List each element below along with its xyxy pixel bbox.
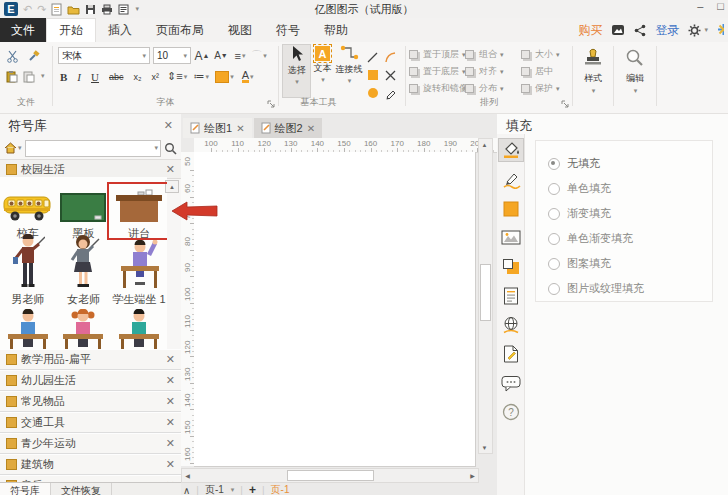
scroll-down-icon[interactable]: ▼ bbox=[479, 442, 490, 453]
align-text-button[interactable]: ≡▾ bbox=[232, 47, 248, 64]
font-color-button[interactable]: A▾ bbox=[240, 68, 256, 85]
close-panel-icon[interactable]: ✕ bbox=[164, 119, 173, 132]
search-icon[interactable] bbox=[164, 142, 177, 155]
share-icon[interactable] bbox=[634, 24, 646, 37]
symbol-女老师[interactable]: 女老师 bbox=[56, 243, 112, 309]
close-section-icon[interactable]: ✕ bbox=[166, 374, 175, 387]
page-dropdown-icon[interactable]: ▾ bbox=[231, 486, 235, 494]
arrange-item[interactable]: 大小▾ bbox=[521, 46, 577, 63]
close-section-icon[interactable]: ✕ bbox=[166, 353, 175, 366]
paste-special-icon[interactable] bbox=[23, 70, 35, 83]
radio-button[interactable] bbox=[548, 283, 560, 295]
font-expander-icon[interactable] bbox=[267, 100, 275, 108]
doc-tab-close-icon[interactable]: ✕ bbox=[307, 123, 315, 134]
library-section-教学用品-扁平[interactable]: 教学用品-扁平✕ bbox=[0, 349, 181, 370]
superscript-button[interactable]: x² bbox=[149, 72, 161, 82]
picture-icon[interactable] bbox=[499, 227, 523, 249]
radio-button[interactable] bbox=[548, 258, 560, 270]
doc-tab-绘图1[interactable]: 绘图1✕ bbox=[183, 118, 252, 138]
maximize-button[interactable]: □ bbox=[717, 0, 724, 12]
menu-tab-符号[interactable]: 符号 bbox=[264, 18, 312, 42]
fill-option-图片或纹理填充[interactable]: 图片或纹理填充 bbox=[548, 276, 712, 301]
arrange-item[interactable]: 分布▾ bbox=[465, 80, 521, 97]
library-section-青少年运动[interactable]: 青少年运动✕ bbox=[0, 433, 181, 454]
arrange-item[interactable]: 置于顶层▾ bbox=[409, 46, 465, 63]
format-painter-icon[interactable] bbox=[27, 50, 40, 63]
close-section-icon[interactable]: ✕ bbox=[166, 163, 175, 176]
highlight-color-button[interactable]: ▾ bbox=[215, 68, 234, 85]
menu-tab-插入[interactable]: 插入 bbox=[96, 18, 144, 42]
close-section-icon[interactable]: ✕ bbox=[166, 437, 175, 450]
line-tool-icon[interactable] bbox=[365, 49, 381, 65]
radio-button[interactable] bbox=[548, 158, 560, 170]
note-icon[interactable] bbox=[499, 285, 523, 307]
section-header-campus-life[interactable]: 校园生活 ✕ bbox=[0, 159, 181, 179]
strikethrough-button[interactable]: abc bbox=[107, 72, 126, 82]
horizontal-scroll-thumb[interactable] bbox=[287, 470, 374, 481]
paste-icon[interactable] bbox=[6, 70, 18, 83]
minimize-button[interactable]: – bbox=[697, 0, 703, 12]
fill-option-渐变填充[interactable]: 渐变填充 bbox=[548, 201, 712, 226]
cut-icon[interactable] bbox=[6, 50, 19, 63]
drawing-page[interactable] bbox=[194, 152, 476, 467]
font-family-select[interactable]: 宋体▾ bbox=[58, 47, 150, 64]
collapse-pages-icon[interactable]: ∧ bbox=[183, 485, 190, 495]
vertical-scroll-thumb[interactable] bbox=[480, 264, 491, 321]
line-spacing-button[interactable]: ⇕≡▾ bbox=[167, 68, 187, 85]
style-button[interactable]: 样式▾ bbox=[573, 46, 613, 95]
library-section-交通工具[interactable]: 交通工具✕ bbox=[0, 412, 181, 433]
fill-option-图案填充[interactable]: 图案填充 bbox=[548, 251, 712, 276]
vertical-scrollbar[interactable]: ▲ ▼ bbox=[478, 138, 493, 454]
style-pen-icon[interactable] bbox=[499, 169, 523, 191]
login-button[interactable]: 登录 bbox=[655, 22, 679, 39]
buy-button[interactable]: 购买 bbox=[578, 22, 602, 39]
radio-button[interactable] bbox=[548, 183, 560, 195]
shrink-font-button[interactable]: A▼ bbox=[213, 47, 229, 64]
menu-tab-页面布局[interactable]: 页面布局 bbox=[144, 18, 216, 42]
bold-button[interactable]: B bbox=[58, 71, 69, 83]
radio-button[interactable] bbox=[548, 233, 560, 245]
scroll-right-icon[interactable]: ▶ bbox=[467, 472, 478, 479]
italic-button[interactable]: I bbox=[75, 71, 83, 83]
scroll-left-icon[interactable]: ◀ bbox=[182, 472, 193, 479]
doc-tab-close-icon[interactable]: ✕ bbox=[236, 123, 244, 134]
arc-tool-icon[interactable] bbox=[383, 49, 399, 65]
layers-icon[interactable] bbox=[499, 256, 523, 278]
menu-tab-视图[interactable]: 视图 bbox=[216, 18, 264, 42]
menu-tab-帮助[interactable]: 帮助 bbox=[312, 18, 360, 42]
ellipse-tool-icon[interactable] bbox=[365, 85, 381, 101]
fill-option-无填充[interactable]: 无填充 bbox=[548, 151, 712, 176]
library-section-幼儿园生活[interactable]: 幼儿园生活✕ bbox=[0, 370, 181, 391]
hyperlink-globe-icon[interactable] bbox=[499, 314, 523, 336]
symbol-search-input[interactable]: ▾ bbox=[25, 140, 161, 157]
file-menu-button[interactable]: 文件 bbox=[0, 18, 46, 42]
scroll-up-icon[interactable]: ▲ bbox=[479, 139, 490, 150]
arrange-item[interactable]: 组合▾ bbox=[465, 46, 521, 63]
fill-option-单色渐变填充[interactable]: 单色渐变填充 bbox=[548, 226, 712, 251]
doc-tab-绘图2[interactable]: 绘图2✕ bbox=[254, 118, 323, 138]
subscript-button[interactable]: x₂ bbox=[131, 72, 143, 82]
arrange-item[interactable]: 旋转和镜像▾ bbox=[409, 80, 465, 97]
symbols-scroll-up-icon[interactable]: ▲ bbox=[165, 180, 179, 193]
text-arc-button[interactable]: ⌒▾ bbox=[251, 47, 267, 64]
library-section-常见物品[interactable]: 常见物品✕ bbox=[0, 391, 181, 412]
arrange-expander-icon[interactable] bbox=[561, 100, 569, 108]
page-tab[interactable]: 页-1 bbox=[205, 483, 224, 495]
rectangle-tool-icon[interactable] bbox=[365, 67, 381, 83]
font-size-select[interactable]: 10▾ bbox=[153, 47, 191, 64]
comment-icon[interactable] bbox=[499, 372, 523, 394]
arrange-item[interactable]: 居中 bbox=[521, 63, 577, 80]
menu-tab-开始[interactable]: 开始 bbox=[46, 18, 96, 42]
close-section-icon[interactable]: ✕ bbox=[166, 395, 175, 408]
page-setup-icon[interactable] bbox=[499, 343, 523, 365]
capture-icon[interactable] bbox=[611, 24, 625, 36]
edit-button[interactable]: 编辑▾ bbox=[614, 46, 656, 95]
symbol-男老师[interactable]: 男老师 bbox=[0, 243, 56, 309]
settings-button[interactable]: ▾ bbox=[688, 24, 708, 37]
add-page-button[interactable]: + bbox=[249, 483, 256, 495]
underline-button[interactable]: U bbox=[89, 71, 101, 83]
symbol-学生端坐 1[interactable]: 学生端坐 1 bbox=[111, 243, 167, 309]
panel-tab-文件恢复[interactable]: 文件恢复 bbox=[51, 483, 112, 495]
panel-tab-符号库[interactable]: 符号库 bbox=[0, 483, 51, 495]
close-section-icon[interactable]: ✕ bbox=[166, 458, 175, 471]
